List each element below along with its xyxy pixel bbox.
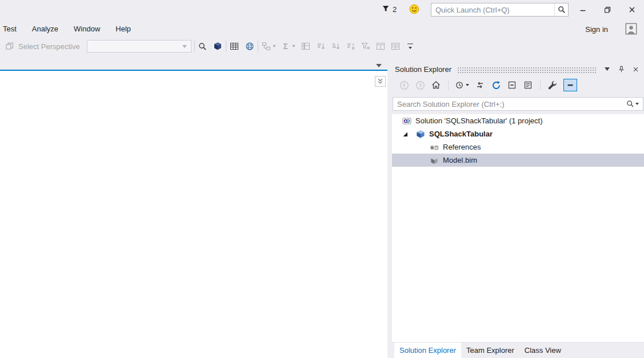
refresh-icon (491, 81, 501, 90)
forward-button (415, 80, 425, 90)
sort-ascending-icon (316, 41, 326, 51)
home-button[interactable] (431, 80, 441, 90)
minimize-button[interactable] (570, 0, 595, 19)
tree-item-model-bim[interactable]: Model.bim (392, 154, 644, 167)
toolbar-separator (540, 80, 541, 90)
drag-grip[interactable] (457, 67, 597, 73)
editor-area (0, 55, 387, 358)
window-position-button[interactable] (602, 65, 611, 74)
panel-header-buttons (602, 65, 644, 74)
search-icon[interactable] (626, 100, 643, 108)
clear-filter-icon (361, 41, 371, 51)
model-icon (430, 156, 441, 165)
show-all-files-toggle[interactable] (563, 79, 577, 91)
show-all-files-icon (567, 82, 574, 89)
collapse-all-button[interactable] (507, 80, 517, 90)
home-icon (431, 81, 441, 90)
table-icon (375, 41, 386, 51)
menu-analyze[interactable]: Analyze (32, 25, 58, 33)
quick-launch-input[interactable] (431, 6, 554, 14)
titlebar: 2 (0, 0, 644, 21)
tab-class-view[interactable]: Class View (519, 343, 566, 358)
toolbar-separator (194, 41, 195, 52)
pin-icon (618, 66, 625, 73)
history-filter-button[interactable] (455, 81, 469, 90)
properties-pages-button[interactable] (523, 80, 533, 90)
toolbar-overflow-icon (407, 43, 413, 46)
tree-item-sqlshacktabular[interactable]: SQLShackTabular (392, 127, 644, 140)
close-button[interactable] (619, 0, 644, 19)
main-toolbar: Select Perspective (0, 37, 644, 55)
expander-slot (416, 154, 430, 167)
solution-explorer-search-input[interactable] (393, 100, 626, 108)
toolbar-separator (226, 41, 226, 52)
chevron-down-icon (635, 103, 639, 105)
chevron-down-icon (182, 45, 187, 48)
solution-icon (402, 116, 414, 126)
close-icon (633, 66, 639, 73)
restore-button[interactable] (595, 0, 619, 19)
close-panel-button[interactable] (631, 65, 640, 74)
sum-icon: Σ (281, 41, 291, 51)
editor-surface[interactable] (0, 71, 387, 358)
globe-icon[interactable] (245, 41, 255, 51)
user-account-icon[interactable] (625, 23, 637, 35)
filter-indicator[interactable]: 2 (382, 5, 397, 14)
tree-item-solution-sqlshacktabular-1-project[interactable]: Solution 'SQLShackTabular' (1 project) (392, 114, 644, 127)
solution-explorer-header[interactable]: Solution Explorer (392, 62, 644, 77)
solution-explorer-search-box (393, 97, 643, 111)
panel-title: Solution Explorer (395, 65, 451, 74)
workspace: Solution Explorer (0, 55, 644, 358)
filter-count: 2 (393, 5, 397, 14)
toolbar-separator (258, 41, 258, 52)
menu-help[interactable]: Help (115, 25, 131, 33)
properties-pages-icon (523, 81, 533, 90)
table-design-icon (390, 41, 401, 51)
search-icon[interactable] (198, 41, 208, 51)
menubar: TestAnalyzeWindowHelp Sign in (0, 21, 644, 37)
pin-button[interactable] (617, 65, 626, 74)
menu-items: TestAnalyzeWindowHelp (0, 25, 146, 33)
chevron-down-icon (466, 84, 469, 86)
panel-tab-strip: Solution ExplorerTeam ExplorerClass View (392, 342, 644, 358)
menu-window[interactable]: Window (74, 25, 100, 33)
window-controls (570, 0, 644, 19)
chevron-down-icon (273, 45, 276, 47)
tab-team-explorer[interactable]: Team Explorer (461, 343, 519, 358)
wrench-icon (548, 81, 557, 90)
double-chevron-down-icon[interactable] (375, 76, 386, 87)
freeze-columns-icon (301, 41, 311, 51)
tree-item-label: References (443, 143, 481, 151)
solution-explorer-panel: Solution Explorer (392, 62, 644, 358)
tree-item-label: SQLShackTabular (429, 130, 493, 138)
chevron-down-icon (292, 45, 295, 47)
tree-item-references[interactable]: References (392, 140, 644, 154)
relationship-icon (261, 41, 271, 51)
menu-test[interactable]: Test (3, 25, 17, 33)
perspective-icon (5, 41, 15, 51)
chevron-down-icon (409, 47, 412, 49)
document-well-dropdown[interactable] (376, 64, 382, 67)
wrench-button[interactable] (547, 80, 558, 90)
toolbar-overflow-button[interactable] (407, 43, 413, 49)
sync-with-active-document-button[interactable] (475, 80, 485, 90)
history-filter-icon (455, 81, 465, 90)
clear-sort-icon (346, 41, 356, 51)
tab-solution-explorer[interactable]: Solution Explorer (394, 343, 461, 358)
project-icon (416, 130, 427, 139)
visual-studio-window: 2 (0, 0, 644, 358)
process-cube-icon[interactable] (213, 41, 223, 51)
solution-explorer-toolbar (392, 77, 644, 94)
select-perspective-label: Select Perspective (18, 42, 80, 51)
collapse-all-icon (507, 81, 517, 90)
refresh-button[interactable] (491, 80, 501, 90)
expander-slot (416, 140, 430, 154)
search-icon[interactable] (554, 3, 568, 16)
chevron-down-icon (605, 67, 610, 71)
sign-in-link[interactable]: Sign in (585, 25, 608, 34)
restore-icon (603, 6, 611, 14)
filter-funnel-icon (382, 5, 390, 14)
expander-expanded-icon[interactable] (402, 127, 416, 140)
grid-icon[interactable] (229, 41, 239, 51)
feedback-smiley-icon[interactable] (409, 4, 419, 14)
